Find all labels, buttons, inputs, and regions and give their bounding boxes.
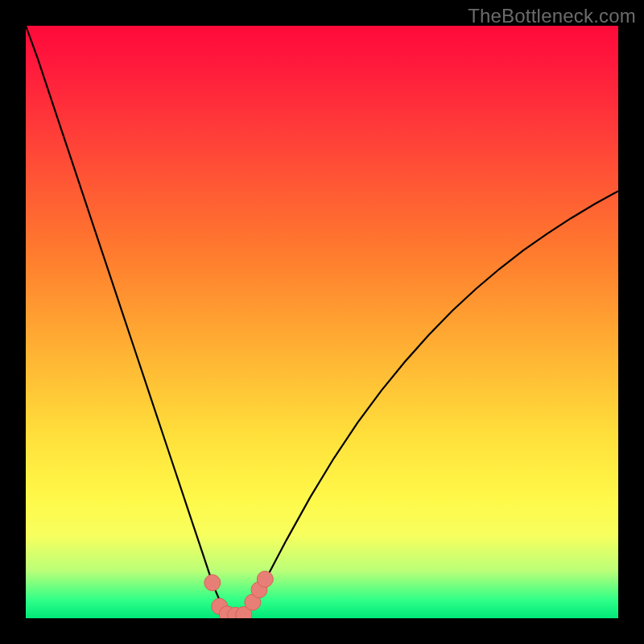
curve-marker	[204, 575, 221, 591]
bottleneck-curve	[26, 26, 618, 618]
plot-area	[26, 26, 618, 618]
curve-marker	[257, 571, 273, 587]
watermark-text: TheBottleneck.com	[468, 5, 636, 27]
chart-frame: TheBottleneck.com	[0, 0, 644, 644]
